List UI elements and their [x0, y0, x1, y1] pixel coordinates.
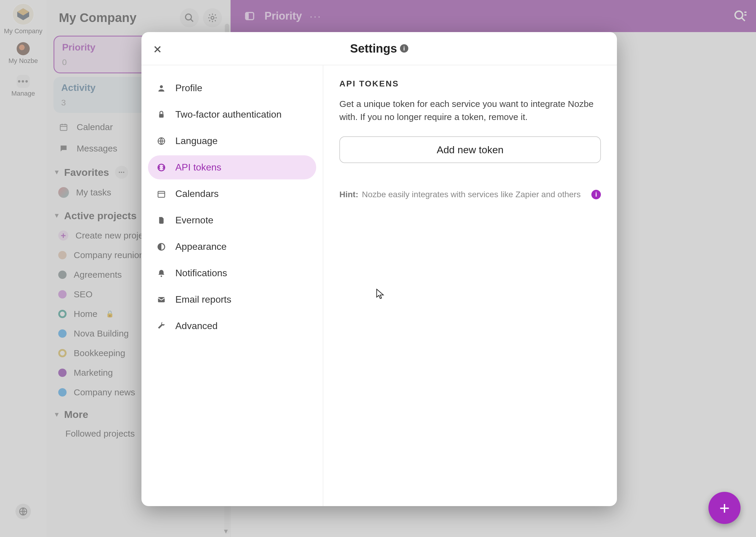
hint-info-icon[interactable]: i: [591, 190, 601, 199]
twofa-icon: [156, 109, 166, 120]
hint-text: Nozbe easily integrates with services li…: [362, 190, 588, 199]
settings-nav-twofa[interactable]: Two-factor authentication: [148, 103, 316, 127]
language-icon: [156, 136, 166, 146]
hint-label: Hint:: [339, 190, 358, 199]
settings-nav-profile[interactable]: Profile: [148, 76, 316, 100]
settings-nav-evernote[interactable]: Evernote: [148, 208, 316, 232]
add-fab-button[interactable]: +: [708, 492, 740, 524]
calendars-icon: [156, 189, 166, 199]
svg-point-18: [160, 85, 163, 88]
settings-nav-notifications[interactable]: Notifications: [148, 261, 316, 285]
svg-rect-22: [158, 191, 165, 197]
nav-label: Appearance: [175, 241, 227, 252]
api-tokens-desc: Get a unique token for each service you …: [339, 98, 601, 123]
nav-label: Two-factor authentication: [175, 109, 282, 120]
api-icon: [156, 162, 166, 173]
close-button[interactable]: [150, 42, 165, 57]
modal-body: ProfileTwo-factor authenticationLanguage…: [142, 65, 617, 506]
evernote-icon: [156, 215, 166, 226]
settings-nav-appearance[interactable]: Appearance: [148, 235, 316, 259]
settings-content: API TOKENS Get a unique token for each s…: [323, 65, 617, 506]
email-icon: [156, 295, 166, 305]
settings-nav-email[interactable]: Email reports: [148, 287, 316, 311]
nav-label: API tokens: [175, 162, 221, 173]
nav-label: Notifications: [175, 268, 227, 279]
settings-nav: ProfileTwo-factor authenticationLanguage…: [142, 65, 323, 506]
nav-label: Profile: [175, 83, 202, 94]
hint-row: Hint: Nozbe easily integrates with servi…: [339, 190, 601, 199]
settings-nav-advanced[interactable]: Advanced: [148, 314, 316, 338]
nav-label: Calendars: [175, 188, 219, 199]
notifications-icon: [156, 268, 166, 278]
svg-point-25: [161, 275, 162, 277]
appearance-icon: [156, 242, 166, 252]
settings-modal: Settings i ProfileTwo-factor authenticat…: [142, 32, 617, 506]
api-tokens-heading: API TOKENS: [339, 79, 601, 89]
nav-label: Language: [175, 136, 217, 146]
info-icon[interactable]: i: [400, 44, 408, 53]
settings-nav-calendars[interactable]: Calendars: [148, 182, 316, 206]
advanced-icon: [156, 321, 166, 331]
nav-label: Email reports: [175, 294, 232, 305]
add-new-token-button[interactable]: Add new token: [339, 136, 601, 163]
modal-header: Settings i: [142, 32, 617, 65]
profile-icon: [156, 83, 166, 93]
modal-title: Settings: [350, 42, 397, 55]
nav-label: Evernote: [175, 215, 213, 226]
settings-nav-language[interactable]: Language: [148, 129, 316, 153]
svg-rect-19: [159, 114, 164, 118]
settings-nav-api[interactable]: API tokens: [148, 155, 316, 180]
nav-label: Advanced: [175, 320, 217, 331]
